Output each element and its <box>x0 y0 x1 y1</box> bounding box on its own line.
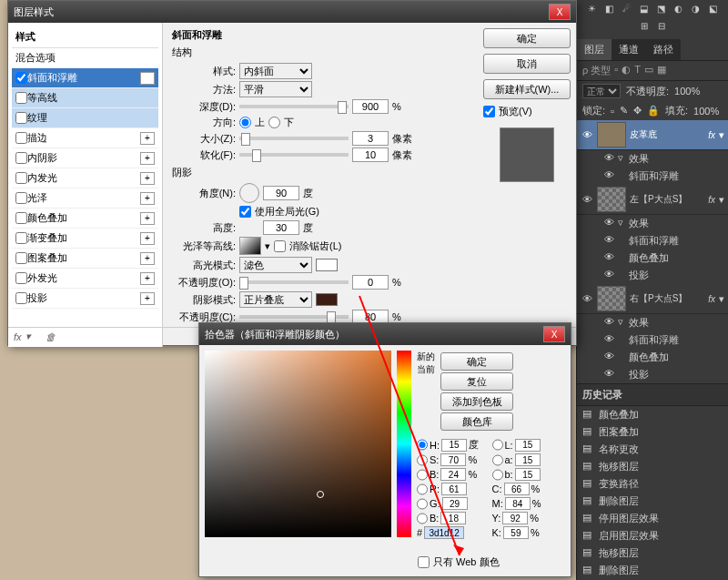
visibility-icon[interactable]: 👁 <box>581 293 593 304</box>
layer-row[interactable]: 👁右【P大点S】fx▾ <box>577 284 728 314</box>
layer-thumb[interactable] <box>597 122 626 148</box>
chevron-down-icon[interactable]: ▾ <box>719 194 724 206</box>
effects-header[interactable]: 👁▿效果 <box>577 150 728 168</box>
color-library-button[interactable]: 颜色库 <box>440 412 513 431</box>
blend-mode-select[interactable]: 正常 <box>582 84 621 98</box>
trash-icon[interactable]: 🗑 <box>46 331 56 342</box>
styles-header[interactable]: 样式 <box>12 26 158 48</box>
style-item-checkbox[interactable] <box>15 172 27 184</box>
style-item[interactable]: 渐变叠加+ <box>12 229 158 249</box>
effect-item[interactable]: 👁颜色叠加 <box>577 249 728 267</box>
adjust-icon[interactable]: ☀ <box>585 4 600 18</box>
angle-input[interactable] <box>263 186 299 200</box>
visibility-icon[interactable]: 👁 <box>604 234 614 248</box>
style-item-checkbox[interactable] <box>15 232 27 244</box>
vibrance-icon[interactable]: ⬔ <box>654 4 669 18</box>
style-item[interactable]: 斜面和浮雕+ <box>12 68 158 88</box>
close-icon[interactable]: X <box>549 4 571 20</box>
hue-icon[interactable]: ◐ <box>672 4 686 18</box>
filter-adj-icon[interactable]: ◐ <box>622 64 631 77</box>
add-instance-icon[interactable]: + <box>140 252 155 265</box>
add-instance-icon[interactable]: + <box>140 212 155 225</box>
chevron-down-icon[interactable]: ▿ <box>618 316 625 330</box>
style-item[interactable]: 等高线 <box>12 88 158 108</box>
style-item[interactable]: 颜色叠加+ <box>12 209 158 229</box>
effect-item[interactable]: 👁投影 <box>577 267 728 284</box>
b2-input[interactable] <box>515 468 541 481</box>
layer-row[interactable]: 👁皮革底fx▾ <box>577 120 728 150</box>
soften-slider[interactable] <box>239 153 349 157</box>
r-input[interactable] <box>441 483 467 495</box>
depth-slider[interactable] <box>239 105 349 108</box>
l-radio[interactable] <box>492 439 503 451</box>
style-item[interactable]: 图案叠加+ <box>12 249 158 269</box>
add-instance-icon[interactable]: + <box>140 152 155 165</box>
lock-paint-icon[interactable]: ✎ <box>620 105 628 117</box>
curves-icon[interactable]: ☄ <box>620 4 634 18</box>
shad-mode-select[interactable]: 正片叠底 <box>239 291 312 308</box>
style-select[interactable]: 内斜面 <box>239 63 312 79</box>
direction-down-radio[interactable] <box>268 117 280 128</box>
effect-item[interactable]: 👁颜色叠加 <box>577 349 728 366</box>
style-item-checkbox[interactable] <box>15 272 27 284</box>
fx-arrow-icon[interactable]: ▾ <box>25 331 31 342</box>
style-item[interactable]: 纹理 <box>12 108 158 128</box>
history-item[interactable]: ▤颜色叠加 <box>577 406 728 423</box>
style-item-checkbox[interactable] <box>15 192 27 204</box>
style-item[interactable]: 内阴影+ <box>12 148 158 168</box>
shad-op-slider[interactable] <box>239 315 349 319</box>
photo-icon[interactable]: ⬕ <box>706 4 721 18</box>
effect-item[interactable]: 👁投影 <box>577 366 728 383</box>
visibility-icon[interactable]: 👁 <box>604 333 614 347</box>
add-instance-icon[interactable]: + <box>140 292 155 305</box>
direction-up-radio[interactable] <box>239 117 251 128</box>
visibility-icon[interactable]: 👁 <box>604 368 614 382</box>
fx-badge[interactable]: fx <box>708 195 715 205</box>
chevron-down-icon[interactable]: ▾ <box>719 293 724 305</box>
ok-button[interactable]: 确定 <box>440 352 513 371</box>
add-instance-icon[interactable]: + <box>140 172 155 185</box>
add-instance-icon[interactable]: + <box>140 232 155 245</box>
s-radio[interactable] <box>417 454 428 466</box>
reset-button[interactable]: 复位 <box>440 372 513 391</box>
tab-layers[interactable]: 图层 <box>577 39 612 60</box>
chevron-down-icon[interactable]: ▾ <box>719 129 724 141</box>
c-input[interactable] <box>504 483 530 495</box>
br-input[interactable] <box>440 468 466 481</box>
contour-swatch[interactable] <box>239 237 261 255</box>
b2-radio[interactable] <box>492 469 503 481</box>
angle-dial[interactable] <box>239 183 259 203</box>
filter-smart-icon[interactable]: ▦ <box>657 64 666 77</box>
web-only-checkbox[interactable] <box>418 556 430 568</box>
style-item[interactable]: 内发光+ <box>12 168 158 188</box>
a-input[interactable] <box>515 453 541 466</box>
preview-checkbox[interactable] <box>483 106 495 117</box>
tab-paths[interactable]: 路径 <box>646 39 681 60</box>
style-item[interactable]: 光泽+ <box>12 188 158 209</box>
depth-input[interactable] <box>352 99 389 114</box>
effect-item[interactable]: 👁斜面和浮雕 <box>577 168 728 185</box>
bw-icon[interactable]: ◑ <box>689 4 703 18</box>
mixer-icon[interactable]: ⊞ <box>637 21 652 36</box>
soften-input[interactable] <box>352 148 389 162</box>
layer-thumb[interactable] <box>597 286 626 311</box>
history-item[interactable]: ▤拖移图层 <box>577 458 728 475</box>
style-item-checkbox[interactable] <box>15 252 27 264</box>
visibility-icon[interactable]: 👁 <box>604 316 614 330</box>
visibility-icon[interactable]: 👁 <box>581 194 593 205</box>
effect-item[interactable]: 👁斜面和浮雕 <box>577 232 728 249</box>
hex-input[interactable] <box>424 526 464 539</box>
size-slider[interactable] <box>239 137 349 140</box>
s-input[interactable] <box>440 453 466 466</box>
new-style-button[interactable]: 新建样式(W)... <box>483 79 571 99</box>
l-input[interactable] <box>515 439 541 452</box>
k-input[interactable] <box>503 526 529 539</box>
effect-item[interactable]: 👁斜面和浮雕 <box>577 331 728 349</box>
style-item-checkbox[interactable] <box>15 212 27 224</box>
layer-thumb[interactable] <box>597 187 626 212</box>
style-item[interactable]: 描边+ <box>12 128 158 148</box>
effects-header[interactable]: 👁▿效果 <box>577 314 728 331</box>
lock-all-icon[interactable]: 🔒 <box>647 105 660 117</box>
add-instance-icon[interactable]: + <box>140 272 155 285</box>
history-item[interactable]: ▤删除图层 <box>577 562 728 579</box>
